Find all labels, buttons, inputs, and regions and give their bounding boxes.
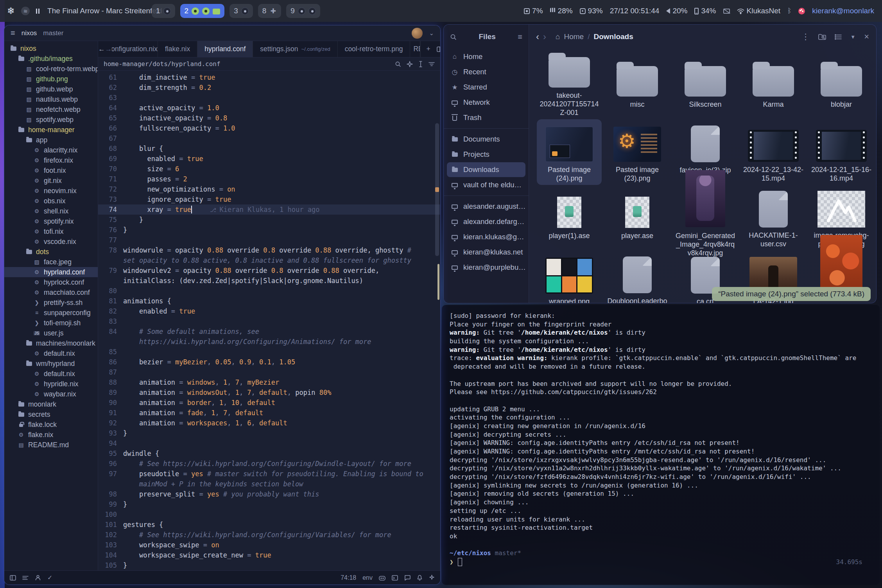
tree-item-neovim-nix[interactable]: ⚙neovim.nix xyxy=(4,186,98,196)
sidebar-item-vault-of-the-eldu-[interactable]: vault of the eldu… xyxy=(447,177,525,192)
folder-search-icon[interactable] xyxy=(818,34,826,40)
diagnostics-check[interactable]: ✓ xyxy=(47,574,52,581)
sidebar-item-network[interactable]: Network xyxy=(447,95,525,110)
app-menu-icon[interactable]: ≡ xyxy=(11,29,15,38)
tree-item-user-js[interactable]: JSuser.js xyxy=(4,328,98,338)
tree-item-cool-retro-term-webp[interactable]: ▨cool-retro-term.webp xyxy=(4,64,98,74)
tree-item-spotify-webp[interactable]: ▨spotify.webp xyxy=(4,115,98,125)
wifi-status[interactable]: KlukasNet xyxy=(737,7,781,15)
idle-inhibit-icon[interactable] xyxy=(723,9,730,14)
tree-item-app[interactable]: app xyxy=(4,135,98,145)
tree-item-waybar-nix[interactable]: ⚙waybar.nix xyxy=(4,389,98,399)
search-icon[interactable] xyxy=(450,34,457,40)
code-line[interactable]: 84 # Some default animations, see xyxy=(98,326,440,337)
code-line[interactable]: 72 new_optimizations = on xyxy=(98,184,440,194)
path-root[interactable]: Home xyxy=(564,32,584,41)
file-item-takeout-20241207t155714z-001[interactable]: takeout-20241207T155714Z-001 xyxy=(537,54,602,119)
code-line[interactable]: 99} xyxy=(98,499,440,509)
tab-readme-md[interactable]: README.md xyxy=(410,41,420,57)
code-line[interactable]: 85 xyxy=(98,347,440,357)
split-pane-icon[interactable] xyxy=(437,47,441,52)
tree-item-github-webp[interactable]: ▨github.webp xyxy=(4,84,98,94)
sidebar-item-documents[interactable]: Documents xyxy=(447,132,525,147)
code-line[interactable]: 97 pseudotile = yes # master switch for … xyxy=(98,469,440,479)
path-current[interactable]: Downloads xyxy=(593,32,633,41)
tree-item-foot-nix[interactable]: ⚙foot.nix xyxy=(4,165,98,176)
file-item-player-1-ase[interactable]: player(1).ase xyxy=(537,185,602,251)
text-cursor-icon[interactable] xyxy=(418,61,423,67)
cursor-position[interactable]: 74:18 xyxy=(341,574,356,581)
search-icon[interactable] xyxy=(395,61,401,67)
tree-item-dots[interactable]: dots xyxy=(4,247,98,257)
tab-flake-nix[interactable]: flake.nix xyxy=(158,41,197,57)
code-line[interactable]: 82 enabled = true xyxy=(98,306,440,316)
sidebar-item-trash[interactable]: Trash xyxy=(447,110,525,125)
project-name[interactable]: nixos xyxy=(22,29,37,37)
tree-item-vscode-nix[interactable]: ⚙vscode.nix xyxy=(4,237,98,247)
breadcrumb-path[interactable]: home-manager/dots/hyprland.conf xyxy=(104,60,220,68)
path-bar[interactable]: ⌂ Home / Downloads xyxy=(556,32,633,41)
file-item-pasted-image-23-png[interactable]: Pasted image (23).png xyxy=(605,119,670,185)
code-line[interactable]: 92 animation = workspaces, 1, 6, default xyxy=(98,418,440,428)
tree-item-nixos[interactable]: nixos xyxy=(4,43,98,54)
code-line[interactable]: 62 dim_strength = 0.2 xyxy=(98,82,440,93)
sidebar-item-recent[interactable]: ◷Recent xyxy=(447,65,525,79)
code-line[interactable]: 81animations { xyxy=(98,296,440,306)
nav-back-icon[interactable]: ← xyxy=(98,41,105,57)
code-line[interactable]: 74 xray = trueKieran Klukas, 1 hour ago xyxy=(98,204,440,215)
tree-item--github-images[interactable]: .github/images xyxy=(4,54,98,64)
code-line[interactable]: 64 active_opacity = 1.0 xyxy=(98,103,440,113)
back-icon[interactable]: ‹ xyxy=(536,31,539,42)
copilot-icon[interactable] xyxy=(379,575,385,581)
branch-name[interactable]: master xyxy=(43,29,63,37)
code-line[interactable]: 101gestures { xyxy=(98,520,440,530)
sidebar-item-downloads[interactable]: Downloads xyxy=(447,162,525,177)
bell-icon[interactable] xyxy=(417,575,423,581)
tab-cool-retro-term-png[interactable]: cool-retro-term.png xyxy=(338,41,411,57)
sidebar-item-projects[interactable]: Projects xyxy=(447,147,525,162)
volume-stat[interactable]: 20% xyxy=(666,7,687,15)
code-line[interactable]: 98 preserve_split = yes # you probably w… xyxy=(98,489,440,499)
code-line[interactable]: 93} xyxy=(98,428,440,438)
terminal-window[interactable]: [sudo] password for kierank:Place your f… xyxy=(442,305,880,585)
file-item-doubloonleaderboard-csv[interactable]: DoubloonLeaderboard.csv xyxy=(605,251,670,303)
nixos-logo-icon[interactable]: ❄ xyxy=(7,5,15,16)
code-line[interactable]: 76} xyxy=(98,225,440,235)
tree-item-face-jpeg[interactable]: ▨face.jpeg xyxy=(4,257,98,267)
sidebar-item-home[interactable]: ⌂Home xyxy=(447,49,525,64)
code-line[interactable]: 89 animation = windowsOut, 1, 7, default… xyxy=(98,387,440,398)
tree-item-prettify-ss-sh[interactable]: ❯prettify-ss.sh xyxy=(4,298,98,308)
notifications-icon[interactable] xyxy=(798,8,805,14)
chevron-down-icon[interactable]: ⌄ xyxy=(429,30,434,37)
code-line[interactable]: 63 xyxy=(98,93,440,103)
magic-icon[interactable] xyxy=(429,575,435,581)
code-line[interactable]: 66 fullscreen_opacity = 1.0 xyxy=(98,123,440,133)
close-icon[interactable]: × xyxy=(864,32,869,42)
code-line[interactable]: 83 xyxy=(98,316,440,326)
spotify-icon[interactable]: ≋ xyxy=(21,7,30,15)
file-item-misc[interactable]: misc xyxy=(605,54,670,119)
code-line[interactable]: 79windowrulev2 = opacity 0.88 override 0… xyxy=(98,265,440,276)
sidebar-item-starred[interactable]: ★Starred xyxy=(447,80,525,95)
code-line[interactable]: 96 # See https://wiki.hyprland.org/Confi… xyxy=(98,459,440,469)
tree-item-tofi-nix[interactable]: ⚙tofi.nix xyxy=(4,226,98,237)
code-line[interactable]: 61 dim_inactive = true xyxy=(98,72,440,82)
workspace-8[interactable]: 8✚ xyxy=(258,4,281,18)
tab-configuration-nix[interactable]: configuration.nix xyxy=(112,41,158,57)
code-line[interactable]: 91 animation = fade, 1, 7, default xyxy=(98,408,440,418)
clock[interactable]: 27/12 00:51:44 xyxy=(610,7,660,15)
avatar[interactable] xyxy=(412,28,423,39)
code-line[interactable]: 73 ignore_opacity = true xyxy=(98,194,440,204)
code-line[interactable]: 71 passes = 2 xyxy=(98,174,440,184)
code-line[interactable]: 103 workspace_swipe = on xyxy=(98,540,440,550)
tab-settings-json[interactable]: settings.json~/.config/zed xyxy=(253,41,337,57)
code-line[interactable]: 87 xyxy=(98,367,440,377)
file-item-wrapped-png[interactable]: wrapped.png xyxy=(537,251,602,303)
tree-item-alacritty-nix[interactable]: ⚙alacritty.nix xyxy=(4,145,98,155)
workspace-3[interactable]: 3 xyxy=(229,4,253,18)
tree-item-spotify-nix[interactable]: ⚙spotify.nix xyxy=(4,216,98,226)
code-editor[interactable]: 61 dim_inactive = true62 dim_strength = … xyxy=(98,71,440,570)
tree-item-flake-lock[interactable]: flake.lock xyxy=(4,419,98,430)
tree-item-hyprland-conf[interactable]: ⚙hyprland.conf xyxy=(4,267,98,277)
tree-item-hyprlock-conf[interactable]: ⚙hyprlock.conf xyxy=(4,277,98,287)
